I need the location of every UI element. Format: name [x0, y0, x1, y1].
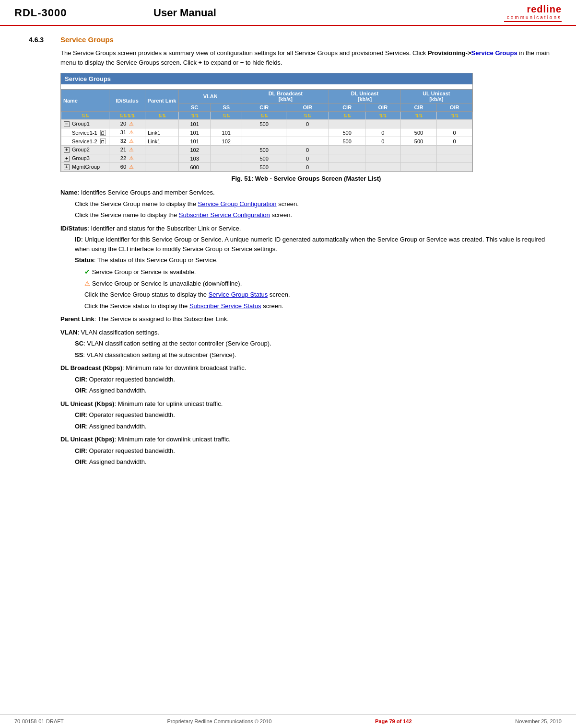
cell-dluc-oir: 0	[365, 137, 400, 146]
cell-name[interactable]: Service1-2 🗒	[61, 137, 109, 146]
sort-name[interactable]: ⇅⇅	[82, 113, 89, 118]
link-sg-status[interactable]: Service Group Status	[209, 291, 268, 298]
table-row: Service1-2 🗒 32 ⚠ Link1 101 102 500 0 50…	[61, 137, 472, 146]
desc-status-check: ✔ Service Group or Service is available.	[84, 267, 552, 277]
cell-ss: 101	[211, 128, 242, 137]
caption-text: Fig. 51: Web - Service Groups Screen (Ma…	[232, 175, 381, 182]
sort-dluc-oir[interactable]: ⇅⇅	[379, 113, 387, 118]
cell-sc: 101	[179, 137, 211, 146]
term-vlan-text: : VLAN classification settings.	[77, 329, 159, 336]
term-sc: SC	[75, 340, 83, 347]
sort-uluc-oir[interactable]: ⇅⇅	[451, 113, 458, 118]
desc-dlbroadcast: DL Broadcast (Kbps): Minimum rate for do…	[60, 363, 552, 395]
col-vlan-ss: SS	[211, 104, 242, 112]
logo-area: redline communications	[504, 4, 562, 22]
term-uluc-cir: CIR	[75, 411, 85, 418]
doc-model: RDL-3000	[14, 7, 67, 19]
sort-sc[interactable]: ⇅⇅	[191, 113, 199, 118]
cell-uluc-oir	[437, 146, 472, 154]
cell-dlbc-oir: 0	[286, 120, 329, 128]
desc-status-link2: Click the Service status to display the …	[84, 301, 552, 311]
cell-sc: 101	[179, 128, 211, 137]
desc-idstatus-line: ID/Status: Identifier and status for the…	[60, 224, 552, 233]
sort-dlbc-oir[interactable]: ⇅⇅	[304, 113, 311, 118]
service-groups-table: Name ID/Status Parent Link VLAN DL Broad…	[61, 89, 472, 172]
sort-id[interactable]: ⇅⇅⇅⇅	[119, 113, 135, 118]
desc-dlbc-oir: OIR: Assigned bandwidth.	[75, 386, 552, 395]
cell-id: 31 ⚠	[109, 128, 145, 137]
cell-id: 22 ⚠	[109, 154, 145, 163]
warn-triangle-icon: ⚠	[84, 280, 90, 287]
col-dl-unicast: DL Unicast[kb/s]	[329, 90, 400, 104]
warn-icon: ⚠	[129, 164, 134, 170]
term-status-text: : The status of this Service Group or Se…	[94, 256, 218, 264]
cell-dlbc-cir: 500	[242, 146, 286, 154]
expand-icon[interactable]: +	[64, 164, 70, 170]
cell-dlbc-cir: 500	[242, 163, 286, 172]
sort-uluc-cir[interactable]: ⇅⇅	[415, 113, 423, 118]
col-parentlink: Parent Link	[145, 90, 179, 112]
link-sub-service-status[interactable]: Subscriber Service Status	[189, 302, 261, 310]
term-sc-text: : VLAN classification setting at the sec…	[83, 340, 271, 347]
cell-id: 21 ⚠	[109, 146, 145, 154]
cell-id: 32 ⚠	[109, 137, 145, 146]
desc-uluc-line: UL Unicast (Kbps): Minimum rate for upli…	[60, 399, 552, 409]
desc-name-line: Name: Identifies Service Groups and memb…	[60, 188, 552, 197]
desc-ulunicast: UL Unicast (Kbps): Minimum rate for upli…	[60, 399, 552, 431]
cell-sc: 102	[179, 146, 211, 154]
desc-status-warn: ⚠ Service Group or Service is unavailabl…	[84, 279, 552, 289]
cell-ss	[211, 154, 242, 163]
intro-text3: to expand or	[202, 59, 240, 66]
term-ss-text: : VLAN classification setting at the sub…	[83, 351, 236, 358]
desc-status-link1: Click the Service Group status to displa…	[84, 290, 552, 300]
logo-text: redline	[527, 4, 562, 15]
desc-dluc-line: DL Unicast (Kbps): Minimum rate for down…	[60, 435, 552, 444]
table-row: Service1-1 🗒 31 ⚠ Link1 101 101 500 0 50…	[61, 128, 472, 137]
desc-name-sub2: Click the Service name to display the Su…	[75, 210, 552, 220]
cell-sc: 103	[179, 154, 211, 163]
check-icon: ✔	[84, 268, 90, 276]
cell-ss	[211, 120, 242, 128]
term-dlbc: DL Broadcast (Kbps)	[60, 364, 122, 371]
cell-name[interactable]: + Group3	[61, 154, 109, 163]
intro-text1: The Service Groups screen provides a sum…	[60, 49, 428, 57]
col-uluc-oir: OIR	[437, 104, 472, 112]
section-title: Service Groups	[60, 35, 114, 44]
footer-page-prefix: Page	[375, 718, 389, 724]
sort-dluc-cir[interactable]: ⇅⇅	[343, 113, 351, 118]
term-ss: SS	[75, 351, 83, 358]
config-icon[interactable]: 🗒	[100, 130, 106, 136]
link-sg-config[interactable]: Service Group Configuration	[198, 200, 277, 208]
cell-dluc-oir	[365, 146, 400, 154]
expand-icon[interactable]: +	[64, 156, 70, 162]
cell-uluc-oir	[437, 163, 472, 172]
term-dluc-cir: CIR	[75, 447, 85, 454]
cell-name[interactable]: + MgmtGroup	[61, 163, 109, 172]
cell-dlbc-oir	[286, 137, 329, 146]
intro-bold: Provisioning->Service Groups	[428, 49, 517, 57]
col-dlbc-oir: OIR	[286, 104, 329, 112]
cell-name[interactable]: Service1-1 🗒	[61, 128, 109, 137]
warn-icon: ⚠	[129, 121, 134, 127]
col-idstatus: ID/Status	[109, 90, 145, 112]
cell-name[interactable]: + Group2	[61, 146, 109, 154]
collapse-icon[interactable]: −	[64, 121, 70, 127]
footer-date: November 25, 2010	[515, 718, 562, 724]
desc-dluc-oir: OIR: Assigned bandwidth.	[75, 457, 552, 467]
link-sub-service-config[interactable]: Subscriber Service Configuration	[179, 211, 270, 219]
sort-ss[interactable]: ⇅⇅	[223, 113, 230, 118]
desc-vlan-sc: SC: VLAN classification setting at the s…	[75, 339, 552, 348]
desc-dlbc-cir: CIR: Operator requested bandwidth.	[75, 375, 552, 384]
sort-parent[interactable]: ⇅⇅	[158, 113, 166, 118]
term-dlbc-cir-text: : Operator requested bandwidth.	[85, 376, 175, 383]
cell-name[interactable]: − Group1	[61, 120, 109, 128]
cell-uluc-cir	[400, 163, 437, 172]
page-wrapper: RDL-3000 User Manual redline communicati…	[0, 0, 576, 728]
footer-page: Page 79 of 142	[375, 718, 411, 724]
cell-dlbc-cir	[242, 137, 286, 146]
col-vlan-sc: SC	[179, 104, 211, 112]
config-icon[interactable]: 🗒	[100, 139, 106, 144]
expand-icon[interactable]: +	[64, 147, 70, 153]
cell-dluc-cir	[329, 163, 365, 172]
sort-dlbc-cir[interactable]: ⇅⇅	[260, 113, 268, 118]
